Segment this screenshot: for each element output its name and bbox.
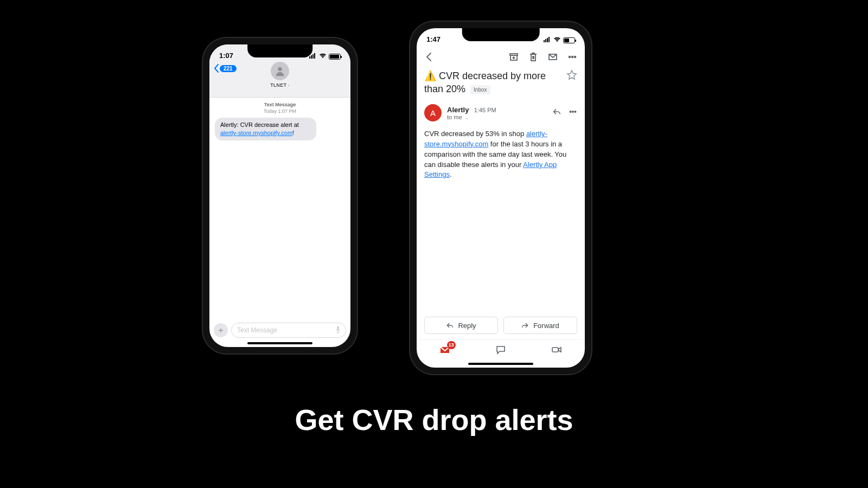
star-icon[interactable] xyxy=(566,69,577,82)
reply-button[interactable]: Reply xyxy=(424,317,498,334)
phone-sms-mockup: 1:07 221 TLNET › xyxy=(203,38,357,354)
contact-avatar[interactable] xyxy=(271,62,289,80)
battery-icon xyxy=(329,54,341,60)
message-timestamp: Text Message Today 1:07 PM xyxy=(215,102,345,114)
status-time: 1:47 xyxy=(426,35,441,43)
message-compose-bar: ＋ Text Message xyxy=(209,321,350,339)
chevron-right-icon: › xyxy=(286,83,290,88)
email-action-buttons: Reply Forward xyxy=(424,317,577,334)
svg-rect-7 xyxy=(545,39,546,42)
trash-icon[interactable] xyxy=(528,52,538,64)
home-indicator[interactable] xyxy=(468,363,533,365)
sms-link[interactable]: alertly-store.myshopify.com xyxy=(220,130,292,136)
reply-icon[interactable] xyxy=(552,107,561,118)
svg-point-16 xyxy=(570,111,571,112)
phone-email-mockup: 1:47 xyxy=(410,22,591,374)
svg-rect-5 xyxy=(337,326,339,330)
svg-rect-9 xyxy=(548,37,550,42)
recipient-line: to me xyxy=(447,114,462,120)
svg-rect-8 xyxy=(547,38,548,42)
sender-name: Alertly xyxy=(447,106,469,114)
message-input[interactable]: Text Message xyxy=(231,323,346,338)
mail-icon[interactable] xyxy=(548,52,558,64)
status-icons xyxy=(309,53,341,60)
email-toolbar xyxy=(417,48,585,68)
wifi-icon xyxy=(553,37,561,43)
svg-point-18 xyxy=(575,111,576,112)
svg-point-13 xyxy=(569,56,571,58)
svg-point-15 xyxy=(575,56,576,58)
mail-unread-badge: 13 xyxy=(447,341,456,349)
svg-point-17 xyxy=(572,111,573,112)
inbox-label-chip[interactable]: Inbox xyxy=(470,85,490,95)
battery-icon xyxy=(563,37,575,43)
svg-point-14 xyxy=(572,56,573,58)
iphone-notch xyxy=(247,44,312,57)
email-body: CVR decreased by 53% in shop alertly-sto… xyxy=(424,129,577,180)
status-icons xyxy=(544,37,575,43)
back-unread-badge: 221 xyxy=(220,65,237,72)
marketing-caption: Get CVR drop alerts xyxy=(0,403,868,436)
more-icon[interactable] xyxy=(567,52,577,64)
archive-icon[interactable] xyxy=(509,52,519,64)
messages-thread[interactable]: Text Message Today 1:07 PM Alertly: CVR … xyxy=(209,98,350,322)
sender-time: 1:45 PM xyxy=(474,107,496,113)
svg-rect-19 xyxy=(552,348,558,352)
contact-name-row[interactable]: TLNET › xyxy=(209,82,350,88)
email-subject-row: ⚠️ CVR decreased by more than 20% Inbox xyxy=(424,69,577,96)
back-button[interactable]: 221 xyxy=(214,64,237,73)
sender-avatar: A xyxy=(424,104,442,121)
nav-mail[interactable]: 13 xyxy=(439,344,450,357)
home-indicator[interactable] xyxy=(247,342,312,344)
chevron-down-icon[interactable]: ⌄ xyxy=(464,115,470,120)
contact-name: TLNET xyxy=(270,82,286,88)
more-icon[interactable] xyxy=(569,107,577,118)
signal-icon xyxy=(544,37,551,43)
add-attachment-button[interactable]: ＋ xyxy=(214,323,228,337)
status-time: 1:07 xyxy=(219,52,233,60)
svg-rect-2 xyxy=(312,54,314,59)
nav-chat[interactable] xyxy=(495,344,506,357)
forward-button[interactable]: Forward xyxy=(503,317,577,334)
back-button[interactable] xyxy=(424,52,434,64)
bottom-navigation: 13 xyxy=(417,339,585,361)
svg-rect-0 xyxy=(309,56,310,59)
nav-video[interactable] xyxy=(551,344,562,357)
iphone-notch xyxy=(462,28,540,41)
incoming-message-bubble[interactable]: Alertly: CVR decrease alert at alertly-s… xyxy=(215,118,316,140)
svg-rect-1 xyxy=(311,55,312,59)
wifi-icon xyxy=(319,53,327,60)
dictation-icon[interactable] xyxy=(335,326,341,335)
svg-rect-3 xyxy=(314,53,315,59)
svg-point-4 xyxy=(278,67,282,71)
email-sender-row[interactable]: A Alertly 1:45 PM to me ⌄ xyxy=(424,104,577,121)
message-placeholder: Text Message xyxy=(237,326,277,334)
svg-rect-6 xyxy=(544,40,545,42)
